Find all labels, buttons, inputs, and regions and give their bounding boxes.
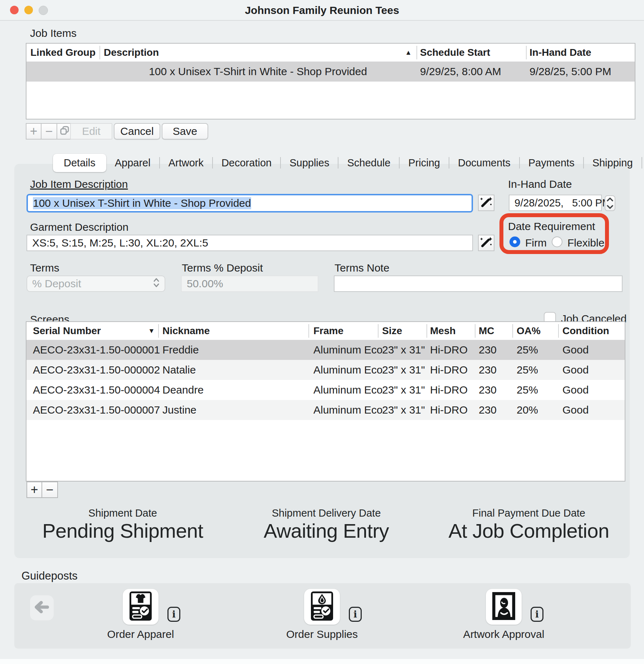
magic-wand-icon [480, 236, 493, 250]
radio-flexible[interactable] [552, 236, 562, 247]
info-icon: i [353, 609, 357, 620]
artwork-approval-button[interactable] [486, 589, 522, 625]
back-arrow-icon [34, 600, 50, 616]
column-header-nickname[interactable]: Nickname [162, 322, 210, 340]
shipment-date-value: Pending Shipment [42, 519, 203, 542]
column-header-size[interactable]: Size [382, 322, 402, 340]
selected-text: 100 x Unisex T-Shirt in White - Shop Pro… [33, 197, 251, 209]
edit-button[interactable]: Edit [70, 123, 112, 140]
stepper-up-icon [607, 196, 613, 203]
tab-artwork[interactable]: Artwork [160, 157, 212, 169]
guidepost-back-button[interactable] [30, 595, 54, 620]
screens-table-header: Serial Number ▼ Nickname Frame Size Mesh… [26, 322, 625, 341]
duplicate-icon [59, 125, 70, 138]
window-title: Johnson Family Reunion Tees [0, 0, 644, 20]
minimize-window-button[interactable] [24, 6, 33, 14]
close-window-button[interactable] [10, 6, 19, 14]
add-screen-button[interactable]: + [26, 482, 42, 498]
final-payment-due-date-value: At Job Completion [448, 519, 609, 542]
radio-flexible-label: Flexible [567, 237, 604, 249]
screen-row[interactable]: AECO-23x31-1.50-000001 Freddie Aluminum … [26, 340, 625, 360]
artwork-approval-info-button[interactable]: i [531, 607, 543, 622]
info-icon: i [535, 609, 539, 620]
tab-supplies[interactable]: Supplies [281, 157, 338, 169]
column-header-description[interactable]: Description [104, 44, 159, 62]
tab-pricing[interactable]: Pricing [400, 157, 449, 169]
in-hand-date-value-date: 9/28/2025, [514, 197, 564, 209]
column-header-serial-number[interactable]: Serial Number [33, 322, 101, 340]
info-icon: i [172, 609, 176, 620]
screen-row[interactable]: AECO-23x31-1.50-000007 Justine Aluminum … [26, 400, 625, 420]
terms-select[interactable]: % Deposit [26, 275, 165, 292]
terms-deposit-field[interactable]: 50.00% [181, 275, 318, 292]
sort-descending-icon[interactable]: ▼ [148, 322, 155, 340]
order-supplies-info-button[interactable]: i [349, 607, 362, 622]
shipment-delivery-date-label: Shipment Delivery Date [264, 507, 389, 519]
column-header-mesh[interactable]: Mesh [430, 322, 456, 340]
tab-documents[interactable]: Documents [449, 157, 519, 169]
stepper-down-icon [607, 204, 613, 210]
tab-decoration[interactable]: Decoration [213, 157, 280, 169]
remove-screen-button[interactable]: − [42, 482, 58, 498]
save-button[interactable]: Save [162, 123, 208, 140]
job-item-in-hand-date-cell: 9/28/25, 5:00 PM [530, 62, 611, 82]
in-hand-date-input[interactable]: 9/28/2025, 5:00 PM [509, 195, 602, 211]
column-header-condition[interactable]: Condition [562, 322, 609, 340]
magic-wand-icon [480, 196, 493, 210]
shipment-delivery-date-value: Awaiting Entry [264, 519, 389, 542]
order-apparel-icon [130, 591, 152, 622]
artwork-approval-label: Artwork Approval [463, 628, 545, 640]
radio-firm[interactable] [509, 236, 520, 247]
date-stepper[interactable] [605, 195, 615, 211]
job-item-description-input[interactable]: 100 x Unisex T-Shirt in White - Shop Pro… [26, 194, 473, 213]
order-apparel-info-button[interactable]: i [167, 607, 180, 622]
order-supplies-button[interactable] [304, 589, 340, 625]
date-requirement-label: Date Requirement [508, 220, 595, 233]
sort-ascending-icon[interactable]: ▲ [405, 44, 412, 62]
autofill-description-button[interactable] [478, 195, 494, 211]
tab-schedule[interactable]: Schedule [338, 157, 399, 169]
terms-note-input[interactable] [334, 275, 623, 292]
terms-label: Terms [30, 262, 59, 274]
tab-notes[interactable]: Notes [642, 157, 644, 169]
final-payment-due-date-label: Final Payment Due Date [448, 507, 609, 519]
order-apparel-button[interactable] [123, 589, 158, 625]
column-header-oa[interactable]: OA% [517, 322, 541, 340]
select-chevrons-icon [153, 277, 160, 290]
guideposts-section-label: Guideposts [21, 570, 78, 582]
radio-firm-label: Firm [525, 237, 547, 249]
screen-row[interactable]: AECO-23x31-1.50-000002 Natalie Aluminum … [26, 360, 625, 380]
final-payment-due-date-block: Final Payment Due Date At Job Completion [448, 507, 609, 542]
job-items-table-header: Linked Group Description ▲ Schedule Star… [26, 44, 635, 62]
cancel-button[interactable]: Cancel [114, 123, 160, 140]
garment-description-input[interactable]: XS:5, S:15, M:25, L:30, XL:20, 2XL:5 [26, 235, 473, 251]
tab-apparel[interactable]: Apparel [106, 157, 159, 169]
job-item-schedule-start-cell: 9/29/25, 8:00 AM [420, 62, 501, 82]
tab-details[interactable]: Details [53, 154, 106, 172]
screens-table: Serial Number ▼ Nickname Frame Size Mesh… [26, 321, 625, 482]
job-item-row-selected[interactable]: 100 x Unisex T-Shirt in White - Shop Pro… [26, 62, 635, 82]
column-header-schedule-start[interactable]: Schedule Start [420, 44, 490, 62]
terms-note-label: Terms Note [335, 262, 389, 274]
column-header-mc[interactable]: MC [479, 322, 494, 340]
title-bar: Johnson Family Reunion Tees [0, 0, 644, 21]
tab-shipping[interactable]: Shipping [584, 157, 641, 169]
screen-row[interactable]: AECO-23x31-1.50-000004 Deandre Aluminum … [26, 380, 625, 400]
column-header-frame[interactable]: Frame [313, 322, 343, 340]
shipment-date-label: Shipment Date [42, 507, 203, 519]
column-header-linked-group[interactable]: Linked Group [26, 44, 99, 62]
column-header-in-hand-date[interactable]: In-Hand Date [530, 44, 591, 62]
shipment-delivery-date-block: Shipment Delivery Date Awaiting Entry [264, 507, 389, 542]
shipment-date-block: Shipment Date Pending Shipment [42, 507, 203, 542]
tab-payments[interactable]: Payments [520, 157, 583, 169]
order-apparel-label: Order Apparel [107, 628, 174, 640]
order-supplies-label: Order Supplies [286, 628, 358, 640]
zoom-window-button[interactable] [39, 6, 48, 15]
autofill-garment-button[interactable] [478, 235, 494, 251]
add-job-item-button[interactable]: + [26, 123, 42, 140]
job-item-description-label: Job Item Description [30, 178, 128, 190]
tab-bar: Details Apparel Artwork Decoration Suppl… [53, 154, 644, 172]
job-items-table: Linked Group Description ▲ Schedule Star… [26, 43, 635, 119]
remove-job-item-button[interactable]: − [42, 123, 57, 140]
in-hand-date-label: In-Hand Date [508, 178, 572, 190]
